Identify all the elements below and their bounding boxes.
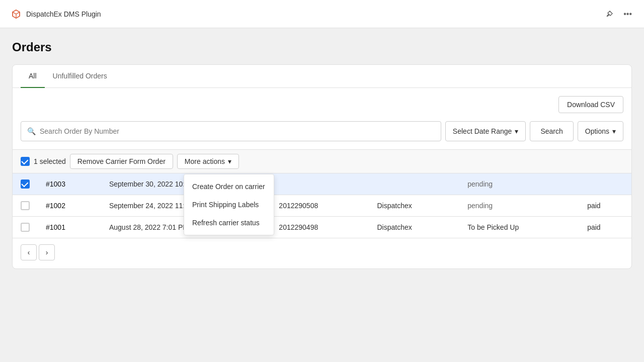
chevron-down-icon: ▾: [515, 127, 518, 135]
more-actions-chevron-icon: ▾: [228, 157, 231, 165]
order-fulfillment-1002: pending: [467, 202, 493, 210]
row-checkbox-1002[interactable]: [21, 201, 30, 210]
order-tracking-1003: [271, 173, 369, 195]
order-fulfillment-1001: To be Picked Up: [467, 223, 519, 231]
orders-card: All Unfulfilled Orders Download CSV 🔍 Se…: [12, 64, 632, 269]
order-id-1003: #1003: [46, 180, 65, 188]
row-checkbox-1001[interactable]: [21, 223, 30, 232]
order-carrier-1002: Dispatchex: [377, 202, 412, 210]
dropdown-item-refresh-status[interactable]: Refresh carrier status: [184, 214, 274, 232]
search-input-wrapper: 🔍: [21, 121, 441, 141]
row-checkbox-1003[interactable]: [21, 179, 30, 189]
tab-all[interactable]: All: [21, 65, 45, 88]
remove-carrier-button[interactable]: Remove Carrier Form Order: [70, 154, 173, 169]
page-title: Orders: [12, 40, 632, 54]
page-content: Orders All Unfulfilled Orders Download C…: [0, 28, 644, 281]
options-chevron-icon: ▾: [612, 127, 616, 135]
order-id-1001: #1001: [46, 223, 65, 231]
top-bar: DispatchEx DMS Plugin •••: [0, 0, 644, 28]
dropdown-item-print-labels[interactable]: Print Shipping Labels: [184, 196, 274, 214]
select-all-checkbox[interactable]: [21, 157, 30, 166]
toolbar-row: Download CSV: [13, 88, 631, 117]
order-id-1002: #1002: [46, 202, 65, 210]
order-date-1003: September 30, 2022 10:0: [109, 180, 189, 188]
top-bar-left: DispatchEx DMS Plugin: [10, 8, 101, 20]
table-row: #1002 September 24, 2022 11:0 2012290508…: [13, 195, 631, 217]
order-date-1001: August 28, 2022 7:01 PM: [109, 223, 189, 231]
order-date-1002: September 24, 2022 11:0: [109, 202, 189, 210]
options-button[interactable]: Options ▾: [578, 121, 623, 141]
search-icon: 🔍: [27, 127, 36, 135]
order-carrier-1003: [369, 173, 459, 195]
orders-table: #1003 September 30, 2022 10:0 pending: [13, 173, 631, 238]
order-payment-1003: [579, 173, 631, 195]
more-options-button[interactable]: •••: [621, 8, 634, 21]
search-input[interactable]: [40, 127, 435, 135]
more-actions-dropdown: Create Order on carrier Print Shipping L…: [184, 174, 274, 235]
plugin-icon: [10, 8, 22, 20]
action-bar: 1 selected Remove Carrier Form Order Mor…: [13, 149, 631, 173]
table-row: #1001 August 28, 2022 7:01 PM 2012290498…: [13, 217, 631, 238]
order-carrier-1001: Dispatchex: [377, 223, 412, 231]
selected-count: 1 selected: [34, 157, 66, 165]
search-row: 🔍 Select Date Range ▾ Search Options ▾: [13, 117, 631, 149]
order-tracking-1002: 2012290508: [279, 202, 318, 210]
more-dots-icon: •••: [623, 10, 632, 19]
pagination-row: ‹ ›: [13, 238, 631, 268]
dropdown-item-create-order[interactable]: Create Order on carrier: [184, 177, 274, 196]
chevron-left-icon: ‹: [28, 248, 30, 256]
date-range-label: Select Date Range: [453, 127, 512, 135]
tab-unfulfilled[interactable]: Unfulfilled Orders: [45, 65, 115, 88]
plugin-title: DispatchEx DMS Plugin: [26, 10, 101, 18]
more-actions-label: More actions: [185, 157, 225, 165]
pagination-next-button[interactable]: ›: [39, 244, 55, 260]
top-bar-right: •••: [603, 8, 634, 21]
search-button[interactable]: Search: [530, 121, 573, 141]
date-range-button[interactable]: Select Date Range ▾: [445, 121, 526, 141]
chevron-right-icon: ›: [46, 248, 48, 256]
table-row: #1003 September 30, 2022 10:0 pending: [13, 173, 631, 195]
more-actions-button[interactable]: More actions ▾: [177, 154, 239, 169]
options-label: Options: [585, 127, 609, 135]
pagination-prev-button[interactable]: ‹: [21, 244, 37, 260]
pin-button[interactable]: [603, 8, 615, 20]
tabs-container: All Unfulfilled Orders: [13, 65, 631, 88]
order-payment-1001: paid: [587, 223, 600, 231]
order-tracking-1001: 2012290498: [279, 223, 318, 231]
order-payment-1002: paid: [587, 202, 600, 210]
order-fulfillment-1003: pending: [467, 180, 493, 188]
download-csv-button[interactable]: Download CSV: [558, 96, 623, 113]
